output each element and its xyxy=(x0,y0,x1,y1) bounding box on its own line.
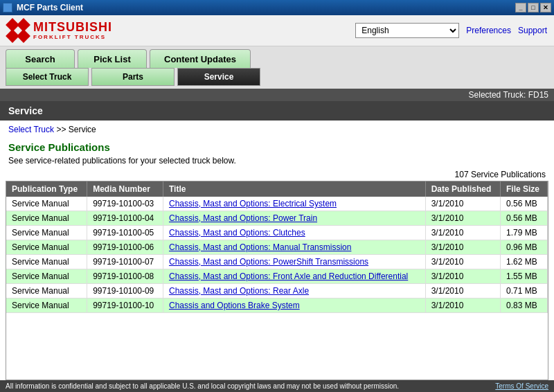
table-scroll[interactable]: Publication Type Media Number Title Date… xyxy=(6,181,548,380)
table-row: Service Manual99719-10100-08Chassis, Mas… xyxy=(6,269,548,284)
cell-title[interactable]: Chassis, Mast and Options: PowerShift Tr… xyxy=(163,255,425,269)
cell-size: 0.71 MB xyxy=(500,284,547,299)
table-row: Service Manual99719-10100-09Chassis, Mas… xyxy=(6,284,548,299)
app-icon xyxy=(3,3,12,12)
tab-select-truck[interactable]: Select Truck xyxy=(6,68,89,86)
table-header-row: Publication Type Media Number Title Date… xyxy=(6,181,548,197)
cell-media-num: 99719-10100-05 xyxy=(87,226,163,240)
support-link[interactable]: Support xyxy=(518,26,547,35)
sub-nav-tabs: Select Truck Parts Service xyxy=(0,68,554,89)
tab-picklist[interactable]: Pick List xyxy=(78,49,147,69)
cell-pub-type: Service Manual xyxy=(6,197,87,211)
table-row: Service Manual99719-10100-07Chassis, Mas… xyxy=(6,255,548,269)
cell-date: 3/1/2010 xyxy=(425,226,500,240)
cell-size: 1.62 MB xyxy=(500,255,547,269)
col-pub-type: Publication Type xyxy=(6,181,87,197)
col-date: Date Published xyxy=(425,181,500,197)
app-container: MITSUBISHI FORKLIFT TRUCKS English Frenc… xyxy=(0,15,554,392)
diamond-br xyxy=(17,29,30,43)
window-controls: _ □ ✕ xyxy=(515,3,551,12)
cell-title[interactable]: Chassis and Options Brake System xyxy=(163,299,425,313)
terms-link[interactable]: Terms Of Service xyxy=(495,382,548,390)
top-nav-tabs: Search Pick List Content Updates xyxy=(0,46,554,69)
preferences-link[interactable]: Preferences xyxy=(466,26,511,35)
cell-media-num: 99719-10100-10 xyxy=(87,299,163,313)
breadcrumb-current: Service xyxy=(69,125,96,134)
cell-media-num: 99719-10100-03 xyxy=(87,197,163,211)
publications-header: Service Publications xyxy=(0,139,554,154)
cell-size: 0.83 MB xyxy=(500,299,547,313)
breadcrumb-select-truck[interactable]: Select Truck xyxy=(8,125,54,134)
logo-area: MITSUBISHI FORKLIFT TRUCKS xyxy=(7,19,112,42)
logo-text: MITSUBISHI FORKLIFT TRUCKS xyxy=(33,21,112,41)
selected-truck-bar: Selected Truck: FD15 xyxy=(0,89,554,101)
cell-size: 1.79 MB xyxy=(500,226,547,240)
table-row: Service Manual99719-10100-06Chassis, Mas… xyxy=(6,240,548,255)
cell-date: 3/1/2010 xyxy=(425,299,500,313)
selected-truck-value: FD15 xyxy=(528,90,548,100)
minimize-button[interactable]: _ xyxy=(515,3,526,12)
close-button[interactable]: ✕ xyxy=(540,3,551,12)
cell-pub-type: Service Manual xyxy=(6,299,87,313)
col-title: Title xyxy=(163,181,425,197)
maximize-button[interactable]: □ xyxy=(528,3,539,12)
tab-content-updates[interactable]: Content Updates xyxy=(150,49,251,69)
table-row: Service Manual99719-10100-10Chassis and … xyxy=(6,299,548,313)
cell-pub-type: Service Manual xyxy=(6,240,87,255)
col-media-num: Media Number xyxy=(87,181,163,197)
logo-brand: MITSUBISHI xyxy=(33,21,112,35)
footer: All information is confidential and subj… xyxy=(0,380,554,392)
cell-date: 3/1/2010 xyxy=(425,211,500,226)
cell-date: 3/1/2010 xyxy=(425,269,500,284)
cell-date: 3/1/2010 xyxy=(425,284,500,299)
page-title: Service xyxy=(8,105,43,116)
cell-media-num: 99719-10100-08 xyxy=(87,269,163,284)
tab-parts[interactable]: Parts xyxy=(91,68,175,86)
table-row: Service Manual99719-10100-05Chassis, Mas… xyxy=(6,226,548,240)
publications-table-wrapper: Publication Type Media Number Title Date… xyxy=(6,181,548,380)
cell-pub-type: Service Manual xyxy=(6,269,87,284)
table-row: Service Manual99719-10100-03Chassis, Mas… xyxy=(6,197,548,211)
cell-pub-type: Service Manual xyxy=(6,255,87,269)
col-size: File Size xyxy=(500,181,547,197)
cell-size: 1.55 MB xyxy=(500,269,547,284)
breadcrumb-separator: >> xyxy=(56,125,68,134)
mitsubishi-diamond-logo xyxy=(7,19,29,42)
footer-text: All information is confidential and subj… xyxy=(6,382,399,390)
cell-media-num: 99719-10100-07 xyxy=(87,255,163,269)
language-select[interactable]: English French German Spanish xyxy=(355,23,459,38)
cell-media-num: 99719-10100-06 xyxy=(87,240,163,255)
cell-size: 0.96 MB xyxy=(500,240,547,255)
content-area: Service Select Truck >> Service Service … xyxy=(0,101,554,380)
cell-date: 3/1/2010 xyxy=(425,255,500,269)
header: MITSUBISHI FORKLIFT TRUCKS English Frenc… xyxy=(0,15,554,46)
publications-table: Publication Type Media Number Title Date… xyxy=(6,181,548,313)
header-right: English French German Spanish Preference… xyxy=(355,23,547,38)
cell-size: 0.56 MB xyxy=(500,197,547,211)
tab-service[interactable]: Service xyxy=(177,68,260,86)
cell-media-num: 99719-10100-04 xyxy=(87,211,163,226)
breadcrumb: Select Truck >> Service xyxy=(0,121,554,139)
cell-title[interactable]: Chassis, Mast and Options: Electrical Sy… xyxy=(163,197,425,211)
cell-title[interactable]: Chassis, Mast and Options: Manual Transm… xyxy=(163,240,425,255)
page-header: Service xyxy=(0,101,554,121)
cell-title[interactable]: Chassis, Mast and Options: Power Train xyxy=(163,211,425,226)
cell-size: 0.56 MB xyxy=(500,211,547,226)
selected-truck-label: Selected Truck: xyxy=(469,90,526,100)
cell-date: 3/1/2010 xyxy=(425,240,500,255)
cell-pub-type: Service Manual xyxy=(6,226,87,240)
cell-pub-type: Service Manual xyxy=(6,211,87,226)
tab-search[interactable]: Search xyxy=(6,49,75,69)
title-bar: MCF Parts Client _ □ ✕ xyxy=(0,0,554,15)
cell-date: 3/1/2010 xyxy=(425,197,500,211)
cell-pub-type: Service Manual xyxy=(6,284,87,299)
cell-title[interactable]: Chassis, Mast and Options: Clutches xyxy=(163,226,425,240)
title-bar-text: MCF Parts Client xyxy=(17,3,83,12)
cell-title[interactable]: Chassis, Mast and Options: Rear Axle xyxy=(163,284,425,299)
publications-count: 107 Service Publications xyxy=(0,168,554,181)
table-row: Service Manual99719-10100-04Chassis, Mas… xyxy=(6,211,548,226)
publications-desc: See service-related publications for you… xyxy=(0,154,554,168)
logo-sub: FORKLIFT TRUCKS xyxy=(33,35,112,41)
cell-media-num: 99719-10100-09 xyxy=(87,284,163,299)
cell-title[interactable]: Chassis, Mast and Options: Front Axle an… xyxy=(163,269,425,284)
